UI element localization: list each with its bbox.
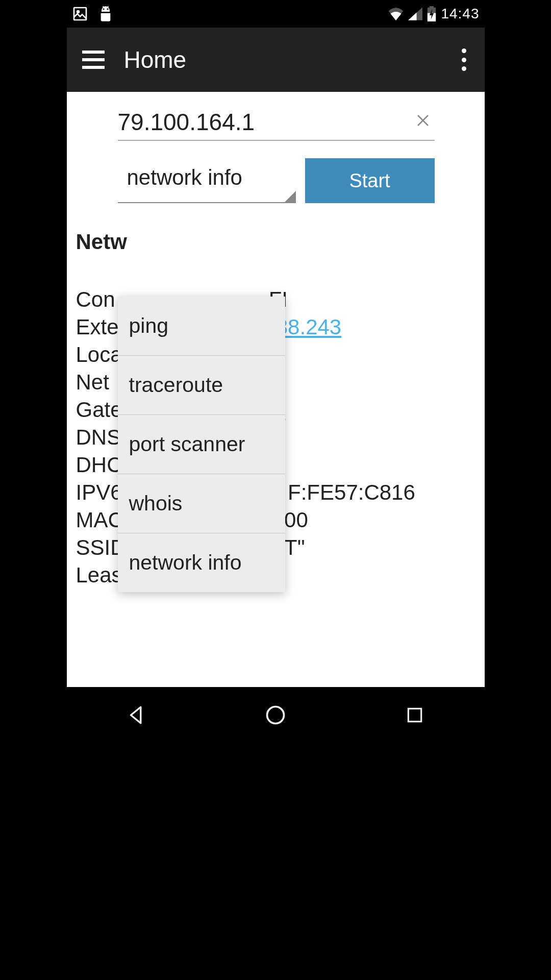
battery-charging-icon (427, 6, 437, 21)
dropdown-item-whois[interactable]: whois (118, 474, 285, 533)
status-bar: 14:43 (67, 0, 485, 28)
spinner-arrow-icon (285, 191, 296, 202)
cell-signal-icon (408, 7, 422, 20)
wifi-icon (388, 7, 404, 20)
dropdown-item-traceroute[interactable]: traceroute (118, 356, 285, 415)
svg-rect-11 (408, 708, 421, 721)
overflow-menu-icon[interactable] (459, 48, 469, 71)
status-clock: 14:43 (441, 6, 479, 22)
svg-point-1 (77, 11, 79, 13)
external-ip-link[interactable]: 38.243 (276, 315, 341, 339)
spinner-selected-label: network info (127, 165, 242, 189)
host-input[interactable] (118, 108, 387, 136)
start-button[interactable]: Start (305, 158, 435, 203)
svg-rect-7 (82, 51, 105, 54)
clear-input-icon[interactable] (415, 111, 431, 133)
hamburger-menu-icon[interactable] (82, 51, 105, 69)
android-debug-icon (97, 5, 114, 23)
ip-input-row (118, 108, 435, 141)
page-title: Home (124, 46, 187, 74)
image-icon (72, 6, 88, 22)
svg-point-2 (103, 8, 104, 10)
svg-point-10 (267, 707, 284, 724)
svg-rect-8 (82, 58, 105, 61)
tool-dropdown: ping traceroute port scanner whois netwo… (118, 297, 285, 592)
svg-rect-0 (74, 8, 86, 20)
control-row: network info Start (118, 158, 435, 203)
status-right-icons: 14:43 (388, 6, 479, 22)
system-nav-bar (67, 687, 485, 743)
app-action-bar: Home (67, 28, 485, 92)
home-button[interactable] (260, 700, 291, 730)
status-left-icons (72, 5, 114, 23)
section-title: Netw (76, 230, 475, 254)
svg-rect-5 (430, 6, 434, 8)
tool-selector-spinner[interactable]: network info (118, 158, 296, 203)
svg-rect-9 (82, 66, 105, 69)
dropdown-item-ping[interactable]: ping (118, 297, 285, 356)
main-content: network info Start Netw Connection type:… (67, 92, 485, 687)
svg-point-3 (107, 8, 108, 10)
recents-button[interactable] (399, 700, 430, 730)
back-button[interactable] (121, 700, 152, 730)
dropdown-item-network-info[interactable]: network info (118, 533, 285, 592)
dropdown-item-port-scanner[interactable]: port scanner (118, 415, 285, 474)
